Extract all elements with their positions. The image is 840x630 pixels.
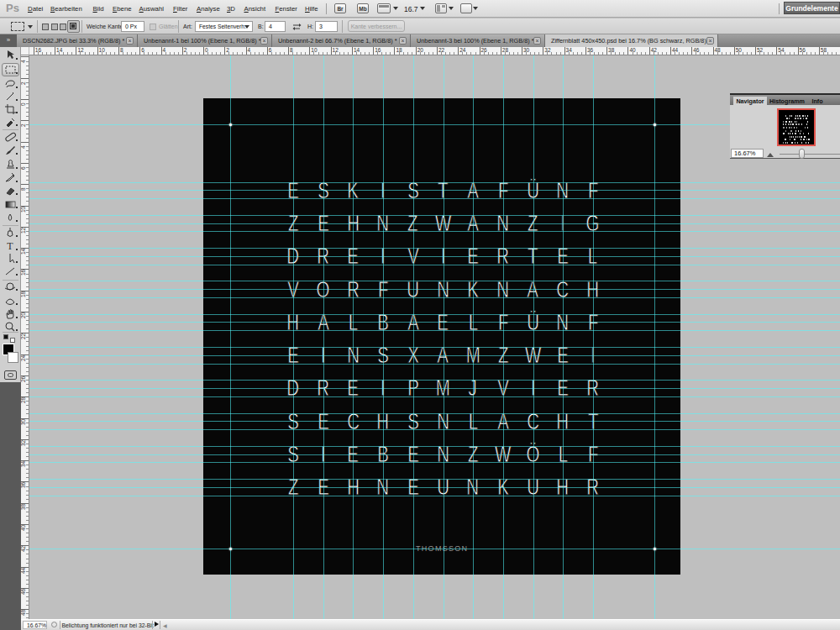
svg-text:T: T: [7, 240, 13, 252]
